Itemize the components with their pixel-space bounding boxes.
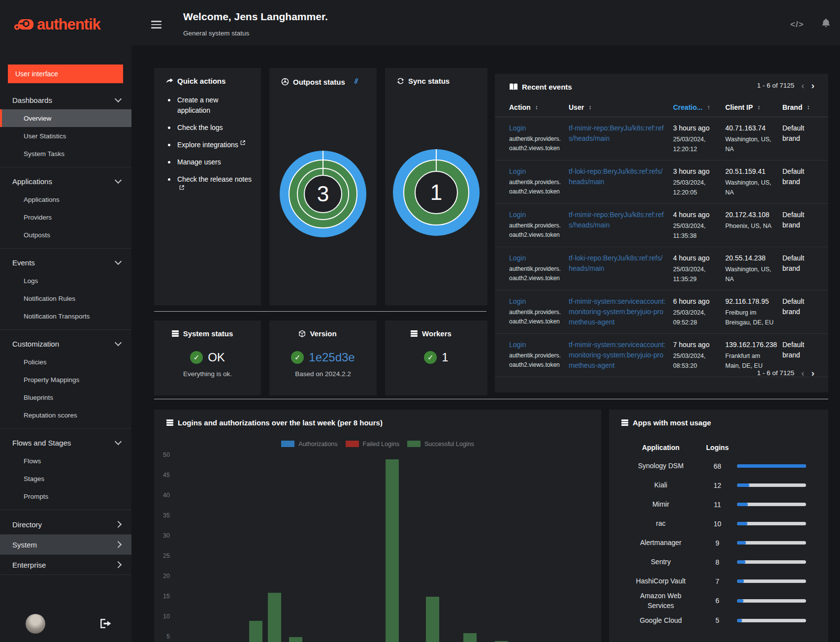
- sidebar-item-label: Outposts: [24, 231, 50, 239]
- sidebar-item-flows[interactable]: Flows: [0, 452, 131, 470]
- event-brand-cell: Default brand: [782, 296, 827, 327]
- quick-action-link-create-a-new-application[interactable]: Create a new application: [177, 95, 252, 116]
- event-brand-cell: Default brand: [782, 166, 827, 197]
- sidebar-group-customization[interactable]: Customization: [0, 334, 131, 353]
- quick-action-link-explore-integrations[interactable]: Explore integrations: [177, 140, 245, 150]
- sidebar-item-outposts[interactable]: Outposts: [0, 226, 131, 244]
- event-client-ip-cell: 139.162.176.238Frankfurt am Main, DE, EU: [725, 340, 782, 371]
- event-action-link[interactable]: Login: [509, 167, 526, 175]
- app-logins-count: 5: [698, 616, 737, 624]
- notifications-bell-icon[interactable]: [821, 18, 831, 30]
- brand-name: authentik: [37, 16, 100, 33]
- sidebar-item-label: User Statistics: [24, 132, 66, 140]
- sort-icon[interactable]: ↕: [807, 104, 809, 111]
- outpost-link-icon[interactable]: [352, 77, 360, 87]
- sidebar-item-system-tasks[interactable]: System Tasks: [0, 145, 131, 162]
- event-action-link[interactable]: Login: [509, 254, 526, 262]
- sidebar-item-logs[interactable]: Logs: [0, 272, 131, 289]
- event-user-cell: tf-mimir-system:serviceaccount:monitorin…: [569, 296, 673, 327]
- sidebar-item-notification-rules[interactable]: Notification Rules: [0, 289, 131, 307]
- sidebar-item-enterprise[interactable]: Enterprise: [0, 555, 131, 575]
- sync-status-value: 1: [393, 149, 480, 236]
- event-user-link[interactable]: tf-loki-repo:BeryJu/k8s:ref:refs/heads/m…: [569, 167, 663, 186]
- column-header-user[interactable]: User↕: [569, 103, 673, 111]
- sort-icon[interactable]: ↕: [757, 104, 760, 111]
- pagination-next-button[interactable]: ›: [811, 370, 814, 377]
- column-header-client-ip[interactable]: Client IP↕: [725, 103, 782, 111]
- event-action-link[interactable]: Login: [509, 297, 526, 305]
- y-axis-tick-label: 15: [155, 593, 170, 600]
- column-header-brand[interactable]: Brand↕: [782, 103, 827, 111]
- quick-action-link-manage-users[interactable]: Manage users: [177, 157, 221, 167]
- pagination-prev-button[interactable]: ‹: [801, 370, 804, 377]
- sidebar-item-user-statistics[interactable]: User Statistics: [0, 127, 131, 145]
- sort-icon[interactable]: ↕: [588, 104, 591, 111]
- sidebar-item-policies[interactable]: Policies: [0, 353, 131, 371]
- event-user-link[interactable]: tf-loki-repo:BeryJu/k8s:ref:refs/heads/m…: [569, 254, 663, 272]
- sort-asc-icon[interactable]: ↑: [707, 104, 710, 111]
- version-link[interactable]: 1e25d3e: [309, 351, 355, 364]
- authentik-logo[interactable]: authentik: [14, 16, 100, 33]
- sidebar: authentik User interface DashboardsOverv…: [0, 0, 131, 642]
- sidebar-group-dashboards[interactable]: Dashboards: [0, 91, 131, 109]
- pagination-next-button[interactable]: ›: [811, 82, 814, 89]
- api-code-icon[interactable]: </>: [790, 20, 804, 30]
- event-user-link[interactable]: tf-mimir-repo:BeryJu/k8s:ref:refs/heads/…: [569, 211, 664, 229]
- group-label: Flows and Stages: [12, 439, 71, 447]
- event-action-link[interactable]: Login: [509, 124, 526, 132]
- card-title: Workers: [422, 329, 452, 338]
- sidebar-item-applications[interactable]: Applications: [0, 191, 131, 208]
- event-client-location: Phoenix, US, NA: [725, 221, 775, 231]
- menu-icon[interactable]: [151, 21, 162, 31]
- app-name: Amazon Web Services: [624, 591, 698, 611]
- app-usage-bar: [737, 619, 816, 622]
- column-header-action[interactable]: Action↕: [509, 103, 569, 111]
- sidebar-item-reputation-scores[interactable]: Reputation scores: [0, 406, 131, 424]
- logout-icon[interactable]: [100, 619, 111, 630]
- event-user-link[interactable]: tf-mimir-repo:BeryJu/k8s:ref:refs/heads/…: [569, 124, 664, 142]
- pagination-prev-button[interactable]: ‹: [801, 82, 804, 89]
- quick-action-link-check-the-release-notes[interactable]: Check the release notes: [177, 174, 252, 195]
- chevron-down-icon: [115, 438, 122, 445]
- server-icon: [171, 330, 179, 337]
- table-row: Loginauthentik.providers.oauth2.views.to…: [495, 117, 828, 160]
- column-header-creatio[interactable]: Creatio...↑: [673, 103, 725, 111]
- event-client-location: Washington, US, NA: [725, 134, 775, 154]
- column-header-logins: Logins: [698, 444, 737, 451]
- sidebar-item-directory[interactable]: Directory: [0, 514, 131, 535]
- sidebar-divider: [0, 329, 131, 330]
- avatar[interactable]: [26, 614, 45, 634]
- event-time-absolute: 25/03/2024, 09:52:28: [673, 308, 718, 327]
- sidebar-item-label: Providers: [24, 214, 52, 221]
- quick-action-link-check-the-logs[interactable]: Check the logs: [177, 123, 223, 133]
- event-action-link[interactable]: Login: [509, 211, 526, 219]
- event-action-link[interactable]: Login: [509, 341, 526, 349]
- progress-track: [737, 619, 806, 622]
- sidebar-item-overview[interactable]: Overview: [0, 109, 131, 127]
- sidebar-group-events[interactable]: Events: [0, 253, 131, 272]
- logins-bar-chart: 5045403530252015105: [154, 410, 601, 642]
- sidebar-item-system[interactable]: System: [0, 535, 131, 555]
- sidebar-item-notification-transports[interactable]: Notification Transports: [0, 307, 131, 325]
- progress-fill: [737, 579, 744, 583]
- sort-icon[interactable]: ↕: [535, 104, 538, 111]
- sidebar-item-stages[interactable]: Stages: [0, 470, 131, 487]
- apps-usage-row: HashiCorp Vault7: [609, 572, 828, 591]
- sidebar-divider: [0, 428, 131, 429]
- sidebar-item-prompts[interactable]: Prompts: [0, 487, 131, 505]
- event-brand: Default brand: [782, 253, 820, 274]
- quick-action-item: Check the logs: [168, 123, 252, 133]
- event-action-detail: authentik.providers.oauth2.views.token: [509, 178, 562, 196]
- user-interface-button[interactable]: User interface: [8, 64, 123, 83]
- sidebar-item-blueprints[interactable]: Blueprints: [0, 388, 131, 406]
- event-user-cell: tf-mimir-repo:BeryJu/k8s:ref:refs/heads/…: [569, 123, 673, 154]
- pagination-top: 1 - 6 of 7125 ‹ ›: [757, 82, 814, 89]
- system-status-card: System status ✓ OK Everything is ok.: [154, 321, 261, 395]
- event-user-link[interactable]: tf-mimir-system:serviceaccount:monitorin…: [569, 341, 666, 369]
- sidebar-group-flows-and-stages[interactable]: Flows and Stages: [0, 433, 131, 452]
- event-user-link[interactable]: tf-mimir-system:serviceaccount:monitorin…: [569, 297, 666, 326]
- sidebar-item-providers[interactable]: Providers: [0, 208, 131, 226]
- sidebar-item-property-mappings[interactable]: Property Mappings: [0, 371, 131, 388]
- chart-bar: [386, 459, 399, 642]
- sidebar-group-applications[interactable]: Applications: [0, 172, 131, 191]
